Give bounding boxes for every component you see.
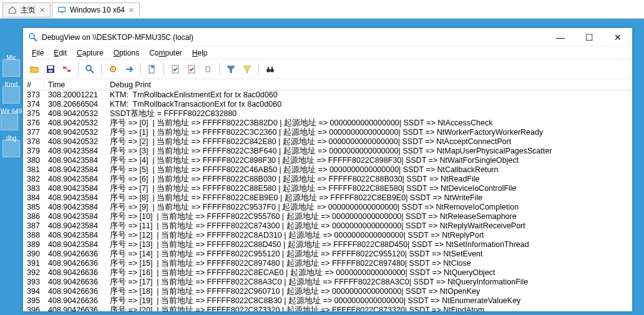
log-row[interactable]: 388408.90423584序号 => [12] | 当前地址 => FFFF…	[23, 231, 632, 240]
check-doc-icon[interactable]	[168, 62, 183, 77]
log-row[interactable]: 378408.90420532序号 => [2] | 当前地址 => FFFFF…	[23, 137, 632, 147]
cell-time: 408.90426636	[44, 278, 106, 287]
cell-debugprint: 序号 => [3] | 当前地址 => FFFFF8022C3BF640 | 起…	[106, 147, 632, 156]
menu-options[interactable]: Options	[109, 47, 144, 59]
cell-index: 393	[23, 278, 44, 287]
log-row[interactable]: 375408.90420532SSDT基地址 = FFFFF8022C83288…	[23, 109, 632, 119]
log-row[interactable]: 389408.90423584序号 => [13] | 当前地址 => FFFF…	[23, 240, 632, 250]
highlight-icon[interactable]	[240, 62, 255, 77]
maximize-button[interactable]: ☐	[575, 28, 603, 47]
log-row[interactable]: 396408.90426636序号 => [20] | 当前地址 => FFFF…	[23, 306, 632, 311]
log-row[interactable]: 377408.90420532序号 => [1] | 当前地址 => FFFFF…	[23, 128, 632, 137]
cell-debugprint: 序号 => [2] | 当前地址 => FFFFF8022C842E80 | 起…	[106, 137, 632, 147]
cell-time: 408.90426636	[44, 287, 106, 296]
close-icon[interactable]: ✕	[129, 6, 134, 14]
funnel-icon[interactable]	[223, 62, 238, 77]
titlebar[interactable]: DebugView on \\DESKTOP-MFMU35C (local) —…	[23, 28, 632, 47]
log-row[interactable]: 387408.90423584序号 => [11] | 当前地址 => FFFF…	[23, 221, 632, 231]
col-time[interactable]: Time	[44, 80, 106, 89]
cell-index: 373	[23, 90, 44, 100]
menu-help[interactable]: Help	[187, 47, 213, 59]
log-row[interactable]: 384408.90423584序号 => [8] | 当前地址 => FFFFF…	[23, 193, 632, 203]
close-button[interactable]: ✕	[603, 28, 632, 47]
log-row[interactable]: 380408.90423584序号 => [4] | 当前地址 => FFFFF…	[23, 156, 632, 165]
menu-computer[interactable]: Computer	[144, 47, 187, 59]
cell-index: 395	[23, 296, 44, 306]
cell-index: 384	[23, 193, 44, 203]
log-row[interactable]: 382408.90423584序号 => [6] | 当前地址 => FFFFF…	[23, 175, 632, 184]
log-row[interactable]: 379408.90423584序号 => [3] | 当前地址 => FFFFF…	[23, 147, 632, 156]
cell-index: 376	[23, 119, 44, 128]
desktop-icon[interactable]: Wir 649	[1, 113, 22, 115]
cell-time: 408.90420532	[44, 137, 106, 147]
log-row[interactable]: 394408.90426636序号 => [18] | 当前地址 => FFFF…	[23, 287, 632, 296]
menu-file[interactable]: File	[27, 47, 49, 59]
log-row[interactable]: 385408.90423584序号 => [9] | 当前地址 => FFFFF…	[23, 203, 632, 212]
log-row[interactable]: 386408.90423584序号 => [10] | 当前地址 => FFFF…	[23, 212, 632, 221]
log-row[interactable]: 393408.90426636序号 => [17] | 当前地址 => FFFF…	[23, 278, 632, 287]
col-hash[interactable]: #	[23, 80, 44, 89]
log-row[interactable]: 383408.90423584序号 => [7] | 当前地址 => FFFFF…	[23, 184, 632, 193]
cell-index: 381	[23, 165, 44, 175]
cell-debugprint: 序号 => [8] | 当前地址 => FFFFF8022C8EB9E0 | 起…	[106, 193, 632, 203]
minimize-button[interactable]: —	[546, 28, 575, 47]
vm-tab-windows10[interactable]: Windows 10 x64 ✕	[52, 2, 140, 17]
log-row[interactable]: 395408.90426636序号 => [19] | 当前地址 => FFFF…	[23, 296, 632, 306]
cell-time: 408.90420532	[44, 119, 106, 128]
menu-capture[interactable]: Capture	[72, 47, 109, 59]
cell-debugprint: 序号 => [4] | 当前地址 => FFFFF8022C898F30 | 起…	[106, 156, 632, 165]
small-doc-icon[interactable]	[200, 62, 215, 77]
search-icon[interactable]	[82, 62, 97, 77]
vm-tab-strip: 主页 ✕ Windows 10 x64 ✕	[0, 0, 644, 19]
log-row[interactable]: 381408.90423584序号 => [5] | 当前地址 => FFFFF…	[23, 165, 632, 175]
col-debug[interactable]: Debug Print	[106, 80, 632, 89]
svg-rect-8	[67, 70, 71, 72]
arrow-right-icon[interactable]	[122, 62, 137, 77]
cell-debugprint: 序号 => [17] | 当前地址 => FFFFF8022C88A3C0 | …	[106, 278, 632, 287]
cell-index: 386	[23, 212, 44, 221]
open-icon[interactable]	[27, 62, 42, 77]
list-body: 373308.20001221KTM: TmRollbackEnlistment…	[23, 90, 632, 311]
cell-index: 383	[23, 184, 44, 193]
log-row[interactable]: 390408.90426636序号 => [14] | 当前地址 => FFFF…	[23, 250, 632, 259]
desktop-icon[interactable]: Mic	[2, 59, 20, 61]
log-listview[interactable]: # Time Debug Print 373308.20001221KTM: T…	[23, 79, 632, 311]
cell-index: 374	[23, 100, 44, 109]
close-icon[interactable]: ✕	[39, 6, 45, 14]
cell-time: 408.90423584	[44, 184, 106, 193]
menu-edit[interactable]: Edit	[49, 47, 72, 59]
cell-debugprint: 序号 => [9] | 当前地址 => FFFFF8022C9537F0 | 起…	[106, 203, 632, 212]
save-icon[interactable]	[43, 62, 58, 77]
svg-line-3	[34, 38, 37, 41]
check-doc2-icon[interactable]	[184, 62, 199, 77]
cell-index: 377	[23, 128, 44, 137]
log-row[interactable]: 374308.20666504KTM: TmRollbackTransactio…	[23, 100, 632, 109]
cell-debugprint: 序号 => [7] | 当前地址 => FFFFF8022C88E580 | 起…	[106, 184, 632, 193]
cell-time: 408.90426636	[44, 296, 106, 306]
cell-debugprint: 序号 => [15] | 当前地址 => FFFFF8022C897480 | …	[106, 259, 632, 268]
svg-rect-21	[268, 67, 269, 69]
cell-index: 394	[23, 287, 44, 296]
vm-tab-home[interactable]: 主页 ✕	[2, 2, 51, 17]
cell-debugprint: 序号 => [11] | 当前地址 => FFFFF8022C874300 | …	[106, 221, 632, 231]
log-row[interactable]: 392408.90426636序号 => [16] | 当前地址 => FFFF…	[23, 268, 632, 278]
toolbar-separator	[140, 63, 141, 75]
desktop-icon[interactable]: Kmd	[2, 86, 20, 88]
desktop-icon[interactable]: dbg	[2, 140, 20, 142]
list-header[interactable]: # Time Debug Print	[23, 79, 632, 90]
log-row[interactable]: 391408.90426636序号 => [15] | 当前地址 => FFFF…	[23, 259, 632, 268]
cell-time: 408.90423584	[44, 203, 106, 212]
cell-index: 390	[23, 250, 44, 259]
binoculars-icon[interactable]	[263, 62, 278, 77]
cell-time: 408.90423584	[44, 165, 106, 175]
cell-time: 408.90423584	[44, 231, 106, 240]
log-row[interactable]: 376408.90420532序号 => [0] | 当前地址 => FFFFF…	[23, 119, 632, 128]
svg-rect-5	[48, 66, 53, 69]
toolbar-separator	[101, 63, 102, 75]
log-row[interactable]: 373308.20001221KTM: TmRollbackEnlistment…	[23, 90, 632, 100]
toolbar-separator	[219, 63, 220, 75]
cell-debugprint: 序号 => [5] | 当前地址 => FFFFF8022C46AB50 | 起…	[106, 165, 632, 175]
disconnect-icon[interactable]	[59, 62, 74, 77]
doc-icon[interactable]	[145, 62, 160, 77]
gear-icon[interactable]	[105, 62, 120, 77]
